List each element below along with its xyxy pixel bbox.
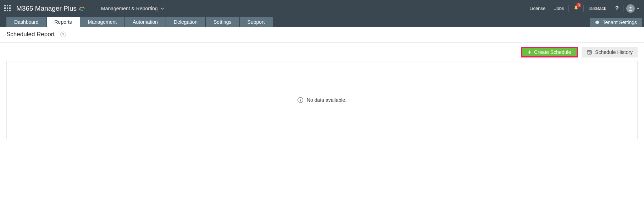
schedule-history-button[interactable]: Schedule History bbox=[582, 47, 638, 57]
tab-reports[interactable]: Reports bbox=[47, 17, 80, 27]
notifications-button[interactable]: 3 bbox=[569, 5, 583, 12]
gear-icon bbox=[595, 20, 600, 25]
tab-label: Management bbox=[88, 19, 117, 25]
schedule-history-label: Schedule History bbox=[595, 49, 633, 55]
create-schedule-label: Create Schedule bbox=[534, 49, 571, 55]
jobs-link[interactable]: Jobs bbox=[550, 5, 568, 12]
tab-settings[interactable]: Settings bbox=[206, 17, 239, 27]
page-title: Scheduled Report bbox=[6, 31, 55, 38]
tab-label: Support bbox=[248, 19, 265, 25]
tab-label: Automation bbox=[133, 19, 158, 25]
context-dropdown[interactable]: Management & Reporting bbox=[101, 6, 164, 11]
tenant-settings-label: Tenant Settings bbox=[603, 20, 637, 25]
help-button[interactable]: ? bbox=[611, 5, 623, 12]
brand-swirl-icon bbox=[78, 5, 86, 12]
user-icon bbox=[628, 6, 633, 11]
svg-point-0 bbox=[629, 6, 631, 8]
tab-dashboard[interactable]: Dashboard bbox=[6, 17, 46, 27]
tab-label: Reports bbox=[55, 19, 72, 25]
brand-suffix: Plus bbox=[63, 5, 77, 12]
info-icon: i bbox=[298, 97, 303, 103]
create-schedule-button[interactable]: + Create Schedule bbox=[521, 47, 578, 57]
page-help-icon[interactable]: ? bbox=[60, 32, 66, 37]
tab-delegation[interactable]: Delegation bbox=[166, 17, 205, 27]
top-header: M365 Manager Plus Management & Reporting… bbox=[0, 0, 644, 17]
plus-icon: + bbox=[528, 49, 531, 55]
content-box: i No data available. bbox=[6, 61, 638, 139]
tab-label: Delegation bbox=[174, 19, 198, 25]
user-menu-chevron-icon[interactable] bbox=[636, 7, 640, 10]
tenant-settings-button[interactable]: Tenant Settings bbox=[590, 18, 642, 27]
page-title-row: Scheduled Report ? bbox=[0, 27, 644, 43]
license-link[interactable]: License bbox=[525, 5, 550, 12]
no-data-text: No data available. bbox=[307, 97, 346, 103]
svg-rect-1 bbox=[587, 50, 592, 54]
tab-support[interactable]: Support bbox=[240, 17, 273, 27]
tab-automation[interactable]: Automation bbox=[125, 17, 166, 27]
apps-grid-icon[interactable] bbox=[4, 5, 11, 12]
user-avatar[interactable] bbox=[626, 4, 635, 13]
chevron-down-icon bbox=[161, 7, 164, 10]
no-data-message: i No data available. bbox=[298, 97, 346, 103]
tab-label: Dashboard bbox=[14, 19, 39, 25]
tab-label: Settings bbox=[213, 19, 232, 25]
separator bbox=[623, 5, 623, 12]
brand-prefix: M365 Manager bbox=[16, 5, 62, 12]
notification-badge: 3 bbox=[576, 3, 581, 7]
brand-logo[interactable]: M365 Manager Plus bbox=[16, 5, 86, 12]
nav-right: Tenant Settings bbox=[590, 17, 642, 27]
history-icon bbox=[587, 49, 592, 55]
actions-row: + Create Schedule Schedule History bbox=[0, 43, 644, 61]
talkback-link[interactable]: TalkBack bbox=[584, 5, 611, 12]
header-right: License Jobs 3 TalkBack ? bbox=[525, 4, 640, 13]
brand-divider bbox=[93, 4, 93, 13]
context-label: Management & Reporting bbox=[101, 6, 158, 11]
main-nav: Dashboard Reports Management Automation … bbox=[0, 17, 644, 27]
tab-management[interactable]: Management bbox=[80, 17, 125, 27]
